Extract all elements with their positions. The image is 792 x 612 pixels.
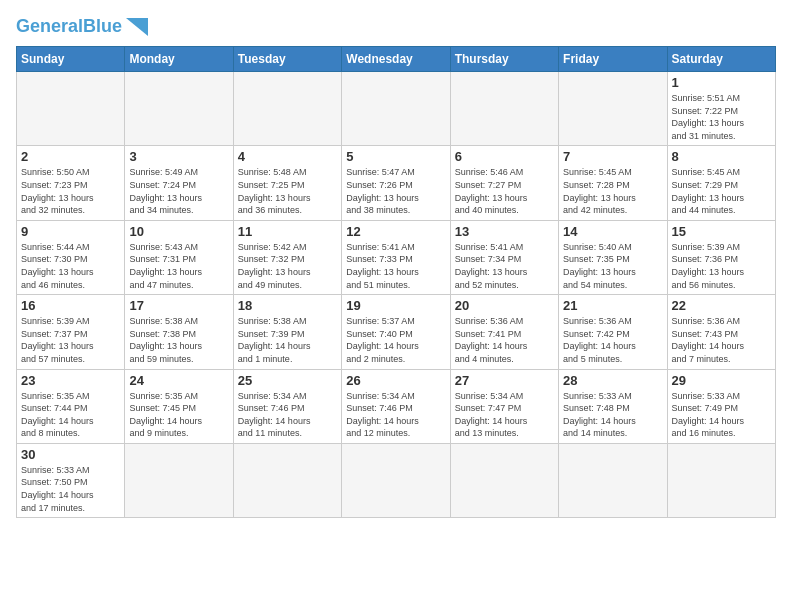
calendar-cell: 27Sunrise: 5:34 AM Sunset: 7:47 PM Dayli… [450,369,558,443]
day-info: Sunrise: 5:41 AM Sunset: 7:34 PM Dayligh… [455,241,554,291]
day-number: 8 [672,149,771,164]
day-info: Sunrise: 5:36 AM Sunset: 7:42 PM Dayligh… [563,315,662,365]
day-info: Sunrise: 5:49 AM Sunset: 7:24 PM Dayligh… [129,166,228,216]
day-number: 12 [346,224,445,239]
calendar-cell: 4Sunrise: 5:48 AM Sunset: 7:25 PM Daylig… [233,146,341,220]
day-number: 5 [346,149,445,164]
day-number: 22 [672,298,771,313]
day-info: Sunrise: 5:41 AM Sunset: 7:33 PM Dayligh… [346,241,445,291]
day-number: 29 [672,373,771,388]
calendar-cell: 5Sunrise: 5:47 AM Sunset: 7:26 PM Daylig… [342,146,450,220]
header: GeneralBlue [16,16,776,36]
calendar-cell: 22Sunrise: 5:36 AM Sunset: 7:43 PM Dayli… [667,295,775,369]
day-info: Sunrise: 5:39 AM Sunset: 7:37 PM Dayligh… [21,315,120,365]
calendar-cell: 1Sunrise: 5:51 AM Sunset: 7:22 PM Daylig… [667,72,775,146]
day-number: 27 [455,373,554,388]
day-info: Sunrise: 5:48 AM Sunset: 7:25 PM Dayligh… [238,166,337,216]
calendar-cell: 20Sunrise: 5:36 AM Sunset: 7:41 PM Dayli… [450,295,558,369]
calendar-cell: 24Sunrise: 5:35 AM Sunset: 7:45 PM Dayli… [125,369,233,443]
calendar-cell: 8Sunrise: 5:45 AM Sunset: 7:29 PM Daylig… [667,146,775,220]
day-info: Sunrise: 5:34 AM Sunset: 7:46 PM Dayligh… [346,390,445,440]
day-number: 15 [672,224,771,239]
day-number: 13 [455,224,554,239]
day-info: Sunrise: 5:34 AM Sunset: 7:46 PM Dayligh… [238,390,337,440]
calendar-header: SundayMondayTuesdayWednesdayThursdayFrid… [17,47,776,72]
day-number: 1 [672,75,771,90]
day-number: 11 [238,224,337,239]
day-number: 21 [563,298,662,313]
calendar-cell: 10Sunrise: 5:43 AM Sunset: 7:31 PM Dayli… [125,220,233,294]
calendar-cell: 2Sunrise: 5:50 AM Sunset: 7:23 PM Daylig… [17,146,125,220]
calendar-week-2: 2Sunrise: 5:50 AM Sunset: 7:23 PM Daylig… [17,146,776,220]
calendar-week-1: 1Sunrise: 5:51 AM Sunset: 7:22 PM Daylig… [17,72,776,146]
calendar-week-6: 30Sunrise: 5:33 AM Sunset: 7:50 PM Dayli… [17,443,776,517]
day-info: Sunrise: 5:35 AM Sunset: 7:45 PM Dayligh… [129,390,228,440]
calendar-cell [125,72,233,146]
calendar-cell: 12Sunrise: 5:41 AM Sunset: 7:33 PM Dayli… [342,220,450,294]
day-info: Sunrise: 5:34 AM Sunset: 7:47 PM Dayligh… [455,390,554,440]
calendar-cell: 7Sunrise: 5:45 AM Sunset: 7:28 PM Daylig… [559,146,667,220]
weekday-header-monday: Monday [125,47,233,72]
calendar-cell: 3Sunrise: 5:49 AM Sunset: 7:24 PM Daylig… [125,146,233,220]
calendar-cell: 9Sunrise: 5:44 AM Sunset: 7:30 PM Daylig… [17,220,125,294]
day-info: Sunrise: 5:33 AM Sunset: 7:48 PM Dayligh… [563,390,662,440]
calendar-week-5: 23Sunrise: 5:35 AM Sunset: 7:44 PM Dayli… [17,369,776,443]
calendar-cell: 18Sunrise: 5:38 AM Sunset: 7:39 PM Dayli… [233,295,341,369]
day-info: Sunrise: 5:35 AM Sunset: 7:44 PM Dayligh… [21,390,120,440]
calendar-cell: 23Sunrise: 5:35 AM Sunset: 7:44 PM Dayli… [17,369,125,443]
day-number: 28 [563,373,662,388]
day-info: Sunrise: 5:44 AM Sunset: 7:30 PM Dayligh… [21,241,120,291]
weekday-header-tuesday: Tuesday [233,47,341,72]
calendar-cell: 14Sunrise: 5:40 AM Sunset: 7:35 PM Dayli… [559,220,667,294]
calendar: SundayMondayTuesdayWednesdayThursdayFrid… [16,46,776,518]
day-number: 6 [455,149,554,164]
calendar-cell: 13Sunrise: 5:41 AM Sunset: 7:34 PM Dayli… [450,220,558,294]
day-number: 16 [21,298,120,313]
page: GeneralBlue SundayMondayTuesdayWednesday… [0,0,792,612]
logo-general: General [16,16,83,36]
calendar-cell [559,72,667,146]
calendar-cell: 11Sunrise: 5:42 AM Sunset: 7:32 PM Dayli… [233,220,341,294]
day-info: Sunrise: 5:39 AM Sunset: 7:36 PM Dayligh… [672,241,771,291]
calendar-week-3: 9Sunrise: 5:44 AM Sunset: 7:30 PM Daylig… [17,220,776,294]
day-number: 24 [129,373,228,388]
calendar-cell: 6Sunrise: 5:46 AM Sunset: 7:27 PM Daylig… [450,146,558,220]
calendar-cell: 30Sunrise: 5:33 AM Sunset: 7:50 PM Dayli… [17,443,125,517]
day-number: 17 [129,298,228,313]
day-info: Sunrise: 5:45 AM Sunset: 7:29 PM Dayligh… [672,166,771,216]
day-number: 9 [21,224,120,239]
calendar-cell: 26Sunrise: 5:34 AM Sunset: 7:46 PM Dayli… [342,369,450,443]
weekday-header-saturday: Saturday [667,47,775,72]
weekday-header-thursday: Thursday [450,47,558,72]
day-info: Sunrise: 5:38 AM Sunset: 7:39 PM Dayligh… [238,315,337,365]
day-info: Sunrise: 5:33 AM Sunset: 7:49 PM Dayligh… [672,390,771,440]
day-info: Sunrise: 5:38 AM Sunset: 7:38 PM Dayligh… [129,315,228,365]
calendar-cell: 25Sunrise: 5:34 AM Sunset: 7:46 PM Dayli… [233,369,341,443]
day-info: Sunrise: 5:51 AM Sunset: 7:22 PM Dayligh… [672,92,771,142]
calendar-cell [125,443,233,517]
day-number: 4 [238,149,337,164]
calendar-cell: 21Sunrise: 5:36 AM Sunset: 7:42 PM Dayli… [559,295,667,369]
day-info: Sunrise: 5:37 AM Sunset: 7:40 PM Dayligh… [346,315,445,365]
day-number: 23 [21,373,120,388]
logo: GeneralBlue [16,16,148,36]
calendar-cell: 15Sunrise: 5:39 AM Sunset: 7:36 PM Dayli… [667,220,775,294]
calendar-cell: 16Sunrise: 5:39 AM Sunset: 7:37 PM Dayli… [17,295,125,369]
day-number: 19 [346,298,445,313]
day-info: Sunrise: 5:45 AM Sunset: 7:28 PM Dayligh… [563,166,662,216]
calendar-cell: 17Sunrise: 5:38 AM Sunset: 7:38 PM Dayli… [125,295,233,369]
day-info: Sunrise: 5:36 AM Sunset: 7:41 PM Dayligh… [455,315,554,365]
calendar-cell [559,443,667,517]
calendar-cell [233,443,341,517]
day-number: 2 [21,149,120,164]
day-number: 25 [238,373,337,388]
calendar-cell: 28Sunrise: 5:33 AM Sunset: 7:48 PM Dayli… [559,369,667,443]
calendar-cell [342,443,450,517]
logo-text: GeneralBlue [16,17,122,35]
calendar-cell [450,443,558,517]
calendar-week-4: 16Sunrise: 5:39 AM Sunset: 7:37 PM Dayli… [17,295,776,369]
day-number: 7 [563,149,662,164]
day-info: Sunrise: 5:36 AM Sunset: 7:43 PM Dayligh… [672,315,771,365]
day-number: 26 [346,373,445,388]
weekday-header-wednesday: Wednesday [342,47,450,72]
